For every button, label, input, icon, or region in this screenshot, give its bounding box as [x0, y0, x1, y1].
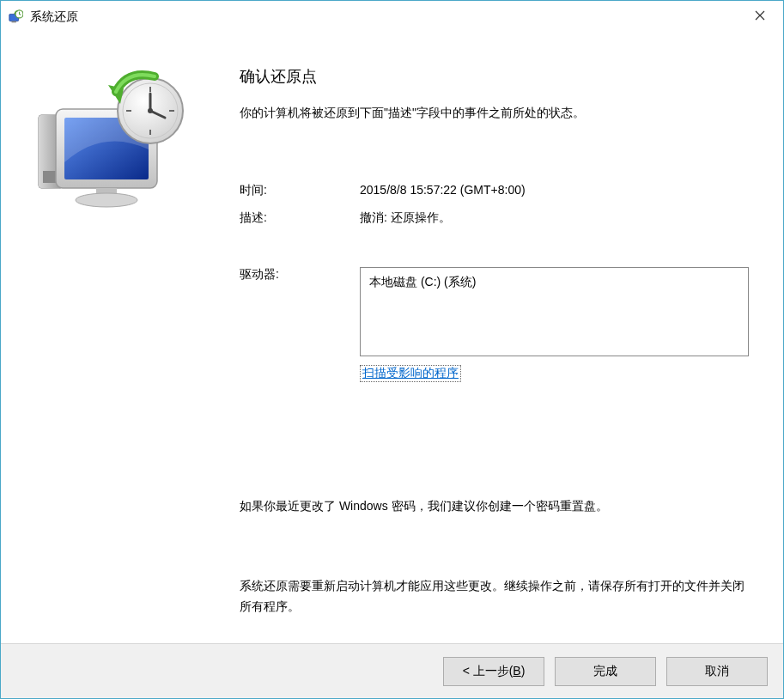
password-note: 如果你最近更改了 Windows 密码，我们建议你创建一个密码重置盘。 — [240, 499, 749, 514]
svg-point-10 — [76, 193, 137, 207]
close-button[interactable] — [740, 3, 780, 28]
window-title: 系统还原 — [30, 9, 740, 25]
time-value: 2015/8/8 15:57:22 (GMT+8:00) — [360, 183, 749, 198]
drives-listbox[interactable]: 本地磁盘 (C:) (系统) — [360, 267, 749, 356]
back-button[interactable]: < 上一步(B) — [443, 657, 544, 686]
drive-item: 本地磁盘 (C:) (系统) — [369, 275, 739, 290]
drives-label: 驱动器: — [240, 267, 360, 356]
restart-warning: 系统还原需要重新启动计算机才能应用这些更改。继续操作之前，请保存所有打开的文件并… — [240, 576, 749, 617]
system-restore-window: 系统还原 — [0, 0, 784, 699]
finish-button[interactable]: 完成 — [555, 657, 656, 686]
intro-text: 你的计算机将被还原到下面"描述"字段中的事件之前所处的状态。 — [240, 106, 749, 121]
content-area: 确认还原点 你的计算机将被还原到下面"描述"字段中的事件之前所处的状态。 时间:… — [1, 33, 783, 643]
scan-affected-programs-link[interactable]: 扫描受影响的程序 — [360, 365, 461, 382]
system-restore-icon — [8, 9, 23, 25]
time-row: 时间: 2015/8/8 15:57:22 (GMT+8:00) — [240, 183, 749, 198]
scan-link-row: 扫描受影响的程序 — [240, 365, 749, 382]
footer-button-bar: < 上一步(B) 完成 取消 — [1, 643, 783, 698]
time-label: 时间: — [240, 183, 360, 198]
description-row: 描述: 撤消: 还原操作。 — [240, 210, 749, 226]
page-heading: 确认还原点 — [240, 66, 749, 87]
description-value: 撤消: 还原操作。 — [360, 210, 749, 226]
titlebar: 系统还原 — [1, 1, 783, 33]
description-label: 描述: — [240, 210, 360, 226]
svg-rect-1 — [12, 21, 16, 23]
close-icon — [755, 10, 765, 21]
cancel-button[interactable]: 取消 — [666, 657, 768, 686]
svg-point-19 — [148, 108, 153, 113]
drives-row: 驱动器: 本地磁盘 (C:) (系统) — [240, 267, 749, 356]
main-panel: 确认还原点 你的计算机将被还原到下面"描述"字段中的事件之前所处的状态。 时间:… — [222, 33, 783, 643]
sidebar — [1, 33, 222, 643]
restore-graphic — [34, 68, 189, 214]
